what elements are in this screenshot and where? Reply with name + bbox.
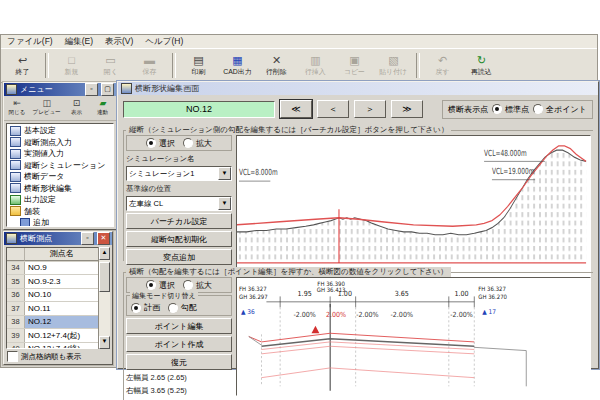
undo-icon: ↶ [438,55,447,66]
cross-edit-window: 横断形状編集画面 NO.12 ≪ ＜ ＞ ≫ 横断表示点 標準点 全ポイント 縦… [117,81,599,369]
tree-link-button[interactable]: ▰ 連動 [90,96,116,120]
slope-label[interactable]: -2.00% [450,311,473,319]
cross-radio-select[interactable]: 選択 [146,280,175,291]
tree-close-button[interactable]: ⇤ 閉じる [4,96,30,120]
edit-point-marker [312,326,320,334]
table-row[interactable]: 34NO.9 [7,262,98,276]
menu-view[interactable]: 表示(V) [105,36,133,48]
station-panel-icon [6,233,17,244]
save-icon: ▬ [144,55,155,66]
tree-folder-pavement[interactable]: 舗装 [10,206,113,218]
profile-radio-select[interactable]: 選択 [146,138,175,149]
point-create-button[interactable]: ポイント作成 [126,336,232,352]
tree-item-cross-shape-edit[interactable]: 横断形状編集 [10,183,113,195]
slope-label[interactable]: -2.00% [390,311,413,319]
radio-all-points[interactable]: 全ポイント [533,104,587,115]
tree-item-basic-settings[interactable]: 基本設定 [10,125,113,137]
preview-icon: ◫ [43,99,52,108]
cross-radio-zoom[interactable]: 拡大 [183,280,212,291]
table-row[interactable]: 37NO.11 [7,302,98,316]
tree-item-output-settings[interactable]: 出力設定 [10,194,113,206]
tree-item-measured-input[interactable]: 実測値入力 [10,148,113,160]
save-button[interactable]: ▬ 保存 [130,50,169,81]
insert-row-button[interactable]: ▥ 行挿入 [296,50,335,81]
width-label[interactable]: 3.65 [395,290,409,298]
menu-edit[interactable]: 編集(E) [65,36,93,48]
scroll-up-icon[interactable]: ▲ [99,247,110,260]
radio-plan-mode[interactable]: 計画 [131,302,160,313]
undo-button[interactable]: ↶ 戻す [423,50,462,81]
radio-grade-mode[interactable]: 勾配 [168,302,197,313]
center-fh-label: FH 36.390 [317,280,345,286]
link-icon: ▰ [99,99,106,108]
delete-row-button[interactable]: ✕ 行削除 [257,50,296,81]
paste-button[interactable]: ▧ 貼り付け [374,50,413,81]
station-close-button[interactable]: ✕ [97,232,110,245]
tree-item-profile-station-input[interactable]: 縦断測点入力 [10,137,113,149]
table-row[interactable]: 35NO.9-2.3 [7,275,98,289]
station-minimize-button[interactable]: ▫ [81,232,94,245]
restore-button[interactable]: 復元 [126,354,232,370]
menu-file[interactable]: ファイル(F) [7,36,53,48]
nav-next-button[interactable]: ＞ [354,100,386,118]
nav-first-button[interactable]: ≪ [280,100,312,118]
reload-icon: ↻ [477,55,486,66]
width-label[interactable]: 1.00 [454,290,468,298]
left-width-info: 左幅員 2.65 (2.65) [126,373,232,383]
close-door-icon: ⇤ [13,99,21,108]
baseline-select[interactable]: 左車線 CL▼ [126,196,232,211]
open-button[interactable]: ▭ 開く [91,50,130,81]
add-vertex-button[interactable]: 変点追加 [126,249,232,265]
table-row[interactable]: 40NO.12+7.4(終) [7,343,98,350]
simulation-select[interactable]: シミュレーション1▼ [126,166,232,181]
slope-label[interactable]: -2.00% [293,311,316,319]
tree-display-button[interactable]: ⊡ 表示 [63,96,89,120]
subgrade-line [262,368,475,378]
width-label[interactable]: 1.95 [298,290,312,298]
new-button[interactable]: □ 新規 [52,50,91,81]
table-row[interactable]: 36NO.10 [7,289,98,303]
exit-button[interactable]: ↩ 終了 [3,50,42,81]
copy-button[interactable]: ▣ コピー [335,50,374,81]
station-scrollbar[interactable]: ▲ ▼ [98,247,110,349]
reload-button[interactable]: ↻ 再読込 [462,50,501,81]
profile-section-legend: 縦断（シミュレーション側の勾配を編集するには［バーチカル設定］ボタンを押して下さ… [126,125,451,135]
tree-preview-button[interactable]: ◫ プレビュー [30,96,63,120]
new-file-icon: □ [68,55,75,66]
cross-chart[interactable]: 1.95 1.00 3.65 1.00 FH 36.390 GH 36.413 … [236,277,591,396]
chevron-down-icon[interactable]: ▼ [218,197,231,210]
tree-maximize-button[interactable]: ▢ [101,83,114,96]
profile-grade-init-button[interactable]: 縦断勾配初期化 [126,231,232,247]
cross-section-legend: 横断（勾配を編集するには［ポイント編集］を押すか、横断図の数値をクリックして下さ… [126,267,451,277]
right-point-marker: ▲ 17 [482,307,496,314]
radio-icon [533,104,543,114]
scroll-down-icon[interactable]: ▼ [99,336,110,349]
menu-help[interactable]: ヘルプ(H) [145,36,183,48]
tree-item-cross-data[interactable]: 横断データ [10,171,113,183]
tree-item-profile-simulation[interactable]: 縦断シミュレーション [10,160,113,172]
point-edit-button[interactable]: ポイント編集 [126,318,232,334]
tree-minimize-button[interactable]: ▫ [85,83,98,96]
output-icon [10,195,21,205]
scroll-thumb[interactable] [99,262,110,292]
table-row[interactable]: 39NO.12+7.4(起) [7,329,98,343]
profile-chart[interactable]: VCL=8.000m VCL=48.000m VCL=19.000m [236,135,591,278]
table-row-selected[interactable]: 38NO.12 [7,316,98,330]
slope-label-active[interactable]: 2.00% [326,311,346,319]
chevron-down-icon[interactable]: ▼ [218,167,231,180]
station-name-column-header[interactable]: 測点名 [25,248,98,261]
nav-last-button[interactable]: ≫ [391,100,423,118]
profile-radio-zoom[interactable]: 拡大 [183,138,212,149]
tree-item-pavement-add[interactable]: 追加 [20,217,113,227]
slope-label[interactable]: -2.00% [356,311,379,319]
cad-output-button[interactable]: ▦ CAD出力 [218,50,257,81]
print-button[interactable]: ▤ 印刷 [179,50,218,81]
baseline-position-label: 基準線の位置 [126,184,232,194]
radio-standard-points[interactable]: 標準点 [492,104,529,115]
station-display-option[interactable]: 測点格納順も表示 [7,351,81,362]
page-margin-top [0,0,600,34]
vertical-settings-button[interactable]: バーチカル設定 [126,213,232,229]
menu-bar: ファイル(F) 編集(E) 表示(V) ヘルプ(H) [1,35,597,49]
nav-prev-button[interactable]: ＜ [317,100,349,118]
checkbox-icon[interactable] [7,351,18,362]
